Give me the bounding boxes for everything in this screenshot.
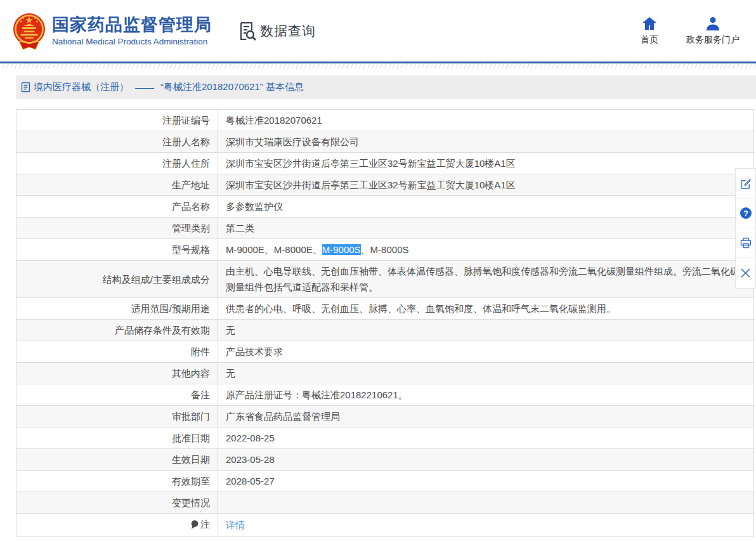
help-button[interactable]: ? — [736, 199, 755, 228]
print-icon — [740, 237, 752, 249]
edit-icon — [740, 178, 752, 190]
row-label: 生效日期 — [16, 449, 218, 471]
row-value: 供患者的心电、呼吸、无创血压、脉搏、心率、血氧饱和度、体温和呼气末二氧化碳监测用… — [218, 298, 754, 320]
registration-info-table: 注册证编号粤械注准20182070621注册人名称深圳市艾瑞康医疗设备有限公司注… — [16, 109, 754, 537]
row-value: 深圳市宝安区沙井街道后亭第三工业区32号新宝益工贸大厦10楼A1区 — [218, 153, 754, 174]
table-row: 变更情况 — [16, 492, 754, 514]
row-label: 注 — [16, 514, 218, 537]
table-row: 注册人名称深圳市艾瑞康医疗设备有限公司 — [16, 131, 754, 153]
table-row: 注册证编号粤械注准20182070621 — [16, 110, 754, 131]
row-value: 广东省食品药品监督管理局 — [218, 406, 754, 427]
table-row: 型号规格M-9000E、M-8000E、M-9000S、M-8000S — [16, 239, 754, 261]
row-label: 备注 — [16, 384, 218, 406]
row-label: 变更情况 — [16, 492, 218, 514]
breadcrumb-section: 境内医疗器械（注册） — [34, 81, 129, 93]
side-toolbar: ? — [735, 168, 756, 289]
table-row: 管理类别第二类 — [16, 218, 754, 239]
row-label: 产品储存条件及有效期 — [16, 320, 218, 341]
table-row: 结构及组成/主要组成成分由主机、心电导联线、无创血压袖带、体表体温传感器、脉搏氧… — [16, 261, 754, 298]
close-icon — [740, 268, 751, 278]
document-icon — [21, 82, 30, 93]
nav-item-service-portal[interactable]: 政务服务门户 — [686, 16, 740, 46]
print-button[interactable] — [736, 228, 755, 258]
row-label: 生产地址 — [16, 174, 218, 196]
row-label: 注册人住所 — [16, 153, 218, 174]
row-value: 产品技术要求 — [218, 341, 754, 363]
selected-model: M-9000S — [322, 244, 361, 255]
row-label: 有效期至 — [16, 471, 218, 492]
nav-portal-label: 政务服务门户 — [686, 34, 740, 46]
row-label: 其他内容 — [16, 363, 218, 384]
table-row: 附件产品技术要求 — [16, 341, 754, 363]
breadcrumb: 境内医疗器械（注册） —— “粤械注准20182070621” 基本信息 — [16, 75, 756, 99]
row-value: 无 — [218, 363, 754, 384]
table-row: 产品名称多参数监护仪 — [16, 196, 754, 218]
page-title: “粤械注准20182070621” 基本信息 — [160, 81, 304, 93]
table-row: 产品储存条件及有效期无 — [16, 320, 754, 341]
row-label: 型号规格 — [16, 239, 218, 261]
row-label: 审批部门 — [16, 406, 218, 427]
table-row: 有效期至2028-05-27 — [16, 471, 754, 492]
edit-button[interactable] — [736, 169, 755, 199]
model-text: 、M-8000S — [361, 244, 409, 255]
row-value: 2023-05-28 — [218, 449, 754, 471]
hatch-band — [0, 63, 756, 68]
table-row: 批准日期2022-08-25 — [16, 427, 754, 449]
row-value: 深圳市宝安区沙井街道后亭第三工业区32号新宝益工贸大厦10楼A1区 — [218, 174, 754, 196]
help-icon: ? — [740, 207, 752, 219]
row-value: 由主机、心电导联线、无创血压袖带、体表体温传感器、脉搏氧饱和度传感器和旁流二氧化… — [218, 261, 754, 298]
table-row: 注册人住所深圳市宝安区沙井街道后亭第三工业区32号新宝益工贸大厦10楼A1区 — [16, 153, 754, 174]
nav-item-home[interactable]: 首页 — [641, 16, 658, 46]
org-name-en: National Medical Products Administration — [52, 37, 212, 47]
table-row: 备注原产品注册证号：粤械注准20182210621。 — [16, 384, 754, 406]
row-label: 附件 — [16, 341, 218, 363]
row-label: 产品名称 — [16, 196, 218, 218]
row-label: 管理类别 — [16, 218, 218, 239]
site-header: 国家药品监督管理局 National Medical Products Admi… — [0, 0, 756, 62]
row-value: 多参数监护仪 — [218, 196, 754, 218]
row-label: 注册证编号 — [16, 110, 218, 131]
row-value: 2028-05-27 — [218, 471, 754, 492]
row-label: 结构及组成/主要组成成分 — [16, 261, 218, 298]
table-row: 生产地址深圳市宝安区沙井街道后亭第三工业区32号新宝益工贸大厦10楼A1区 — [16, 174, 754, 196]
table-row: 生效日期2023-05-28 — [16, 449, 754, 471]
breadcrumb-separator: —— — [135, 82, 154, 93]
row-value: 详情 — [218, 514, 754, 537]
org-title-block: 国家药品监督管理局 National Medical Products Admi… — [52, 15, 212, 47]
row-label: 注册人名称 — [16, 131, 218, 153]
row-value — [218, 492, 754, 514]
table-row: 适用范围/预期用途供患者的心电、呼吸、无创血压、脉搏、心率、血氧饱和度、体温和呼… — [16, 298, 754, 320]
svg-text:?: ? — [743, 209, 748, 218]
nav-home-label: 首页 — [641, 34, 658, 46]
row-value: 深圳市艾瑞康医疗设备有限公司 — [218, 131, 754, 153]
model-text: M-9000E、M-8000E、 — [226, 244, 322, 255]
org-name-cn: 国家药品监督管理局 — [52, 15, 212, 35]
home-icon — [642, 16, 657, 30]
document-search-icon — [238, 21, 256, 41]
table-row: 其他内容无 — [16, 363, 754, 384]
national-emblem-logo[interactable] — [13, 12, 46, 50]
data-query-tab[interactable]: 数据查询 — [238, 21, 316, 41]
row-value: 第二类 — [218, 218, 754, 239]
info-table-body: 注册证编号粤械注准20182070621注册人名称深圳市艾瑞康医疗设备有限公司注… — [16, 110, 754, 537]
row-value: 原产品注册证号：粤械注准20182210621。 — [218, 384, 754, 406]
note-balloon-icon — [191, 518, 199, 533]
row-value: M-9000E、M-8000E、M-9000S、M-8000S — [218, 239, 754, 261]
table-row: 注详情 — [16, 514, 754, 537]
header-nav: 首页 政务服务门户 — [641, 16, 740, 46]
close-button[interactable] — [736, 258, 755, 288]
row-value: 粤械注准20182070621 — [218, 110, 754, 131]
emblem-icon — [13, 12, 46, 50]
row-label: 适用范围/预期用途 — [16, 298, 218, 320]
table-row: 审批部门广东省食品药品监督管理局 — [16, 406, 754, 427]
row-value: 2022-08-25 — [218, 427, 754, 449]
data-query-label: 数据查询 — [260, 22, 316, 40]
row-value: 无 — [218, 320, 754, 341]
row-label: 批准日期 — [16, 427, 218, 449]
detail-link[interactable]: 详情 — [226, 519, 245, 530]
user-icon — [705, 16, 720, 30]
